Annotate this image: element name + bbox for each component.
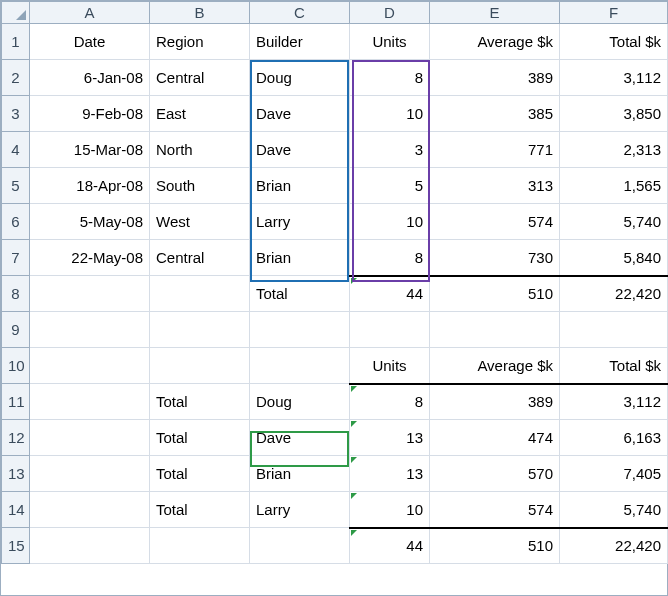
cell-B10[interactable] bbox=[150, 348, 250, 384]
cell-A2[interactable]: 6-Jan-08 bbox=[30, 60, 150, 96]
column-header-row[interactable]: A B C D E F bbox=[2, 2, 668, 24]
cell-F2[interactable]: 3,112 bbox=[560, 60, 668, 96]
cell-A9[interactable] bbox=[30, 312, 150, 348]
cell-C11[interactable]: Doug bbox=[250, 384, 350, 420]
cell-E11[interactable]: 389 bbox=[430, 384, 560, 420]
cell-B13[interactable]: Total bbox=[150, 456, 250, 492]
cell-F7[interactable]: 5,840 bbox=[560, 240, 668, 276]
cell-A1[interactable]: Date bbox=[30, 24, 150, 60]
cell-E14[interactable]: 574 bbox=[430, 492, 560, 528]
cell-E13[interactable]: 570 bbox=[430, 456, 560, 492]
cell-D7[interactable]: 8 bbox=[350, 240, 430, 276]
cell-A3[interactable]: 9-Feb-08 bbox=[30, 96, 150, 132]
row-header-9[interactable]: 9 bbox=[2, 312, 30, 348]
cell-B15[interactable] bbox=[150, 528, 250, 564]
cell-F10[interactable]: Total $k bbox=[560, 348, 668, 384]
cell-E2[interactable]: 389 bbox=[430, 60, 560, 96]
cell-A6[interactable]: 5-May-08 bbox=[30, 204, 150, 240]
cell-F3[interactable]: 3,850 bbox=[560, 96, 668, 132]
cell-A14[interactable] bbox=[30, 492, 150, 528]
row-10[interactable]: 10 Units Average $k Total $k bbox=[2, 348, 668, 384]
row-header-3[interactable]: 3 bbox=[2, 96, 30, 132]
cell-A15[interactable] bbox=[30, 528, 150, 564]
row-12[interactable]: 12 Total Dave 13 474 6,163 bbox=[2, 420, 668, 456]
row-4[interactable]: 4 15-Mar-08 North Dave 3 771 2,313 bbox=[2, 132, 668, 168]
cell-C14[interactable]: Larry bbox=[250, 492, 350, 528]
cell-C3[interactable]: Dave bbox=[250, 96, 350, 132]
row-11[interactable]: 11 Total Doug 8 389 3,112 bbox=[2, 384, 668, 420]
row-header-1[interactable]: 1 bbox=[2, 24, 30, 60]
cell-D1[interactable]: Units bbox=[350, 24, 430, 60]
row-2[interactable]: 2 6-Jan-08 Central Doug 8 389 3,112 bbox=[2, 60, 668, 96]
cell-E1[interactable]: Average $k bbox=[430, 24, 560, 60]
cell-A4[interactable]: 15-Mar-08 bbox=[30, 132, 150, 168]
cell-B11[interactable]: Total bbox=[150, 384, 250, 420]
cell-E5[interactable]: 313 bbox=[430, 168, 560, 204]
cell-F15[interactable]: 22,420 bbox=[560, 528, 668, 564]
row-header-4[interactable]: 4 bbox=[2, 132, 30, 168]
cell-D10[interactable]: Units bbox=[350, 348, 430, 384]
row-header-13[interactable]: 13 bbox=[2, 456, 30, 492]
cell-D9[interactable] bbox=[350, 312, 430, 348]
cell-F14[interactable]: 5,740 bbox=[560, 492, 668, 528]
col-header-F[interactable]: F bbox=[560, 2, 668, 24]
row-15[interactable]: 15 44 510 22,420 bbox=[2, 528, 668, 564]
cell-E4[interactable]: 771 bbox=[430, 132, 560, 168]
cell-C2[interactable]: Doug bbox=[250, 60, 350, 96]
cell-C13[interactable]: Brian bbox=[250, 456, 350, 492]
row-7[interactable]: 7 22-May-08 Central Brian 8 730 5,840 bbox=[2, 240, 668, 276]
row-header-8[interactable]: 8 bbox=[2, 276, 30, 312]
cell-D3[interactable]: 10 bbox=[350, 96, 430, 132]
cell-C5[interactable]: Brian bbox=[250, 168, 350, 204]
cell-C10[interactable] bbox=[250, 348, 350, 384]
cell-D12[interactable]: 13 bbox=[350, 420, 430, 456]
cell-E6[interactable]: 574 bbox=[430, 204, 560, 240]
row-header-10[interactable]: 10 bbox=[2, 348, 30, 384]
cell-E12[interactable]: 474 bbox=[430, 420, 560, 456]
cell-D2[interactable]: 8 bbox=[350, 60, 430, 96]
cell-B9[interactable] bbox=[150, 312, 250, 348]
cell-B14[interactable]: Total bbox=[150, 492, 250, 528]
cell-B5[interactable]: South bbox=[150, 168, 250, 204]
cell-F8[interactable]: 22,420 bbox=[560, 276, 668, 312]
cell-F9[interactable] bbox=[560, 312, 668, 348]
cell-D14[interactable]: 10 bbox=[350, 492, 430, 528]
cell-B3[interactable]: East bbox=[150, 96, 250, 132]
cell-B2[interactable]: Central bbox=[150, 60, 250, 96]
row-header-15[interactable]: 15 bbox=[2, 528, 30, 564]
cell-F12[interactable]: 6,163 bbox=[560, 420, 668, 456]
cell-A13[interactable] bbox=[30, 456, 150, 492]
cell-F4[interactable]: 2,313 bbox=[560, 132, 668, 168]
row-8[interactable]: 8 Total 44 510 22,420 bbox=[2, 276, 668, 312]
cell-D6[interactable]: 10 bbox=[350, 204, 430, 240]
cell-D8[interactable]: 44 bbox=[350, 276, 430, 312]
row-1[interactable]: 1 Date Region Builder Units Average $k T… bbox=[2, 24, 668, 60]
row-header-2[interactable]: 2 bbox=[2, 60, 30, 96]
col-header-C[interactable]: C bbox=[250, 2, 350, 24]
cell-F13[interactable]: 7,405 bbox=[560, 456, 668, 492]
cell-A8[interactable] bbox=[30, 276, 150, 312]
row-header-5[interactable]: 5 bbox=[2, 168, 30, 204]
cell-A7[interactable]: 22-May-08 bbox=[30, 240, 150, 276]
col-header-D[interactable]: D bbox=[350, 2, 430, 24]
cell-B4[interactable]: North bbox=[150, 132, 250, 168]
row-header-12[interactable]: 12 bbox=[2, 420, 30, 456]
cell-D15[interactable]: 44 bbox=[350, 528, 430, 564]
cell-D4[interactable]: 3 bbox=[350, 132, 430, 168]
row-5[interactable]: 5 18-Apr-08 South Brian 5 313 1,565 bbox=[2, 168, 668, 204]
col-header-E[interactable]: E bbox=[430, 2, 560, 24]
row-3[interactable]: 3 9-Feb-08 East Dave 10 385 3,850 bbox=[2, 96, 668, 132]
cell-B7[interactable]: Central bbox=[150, 240, 250, 276]
cell-B12[interactable]: Total bbox=[150, 420, 250, 456]
cell-E15[interactable]: 510 bbox=[430, 528, 560, 564]
row-header-7[interactable]: 7 bbox=[2, 240, 30, 276]
cell-C6[interactable]: Larry bbox=[250, 204, 350, 240]
row-13[interactable]: 13 Total Brian 13 570 7,405 bbox=[2, 456, 668, 492]
cell-E10[interactable]: Average $k bbox=[430, 348, 560, 384]
cell-B6[interactable]: West bbox=[150, 204, 250, 240]
cell-A10[interactable] bbox=[30, 348, 150, 384]
cell-F6[interactable]: 5,740 bbox=[560, 204, 668, 240]
select-all-corner[interactable] bbox=[2, 2, 30, 24]
cell-C9[interactable] bbox=[250, 312, 350, 348]
cell-C7[interactable]: Brian bbox=[250, 240, 350, 276]
